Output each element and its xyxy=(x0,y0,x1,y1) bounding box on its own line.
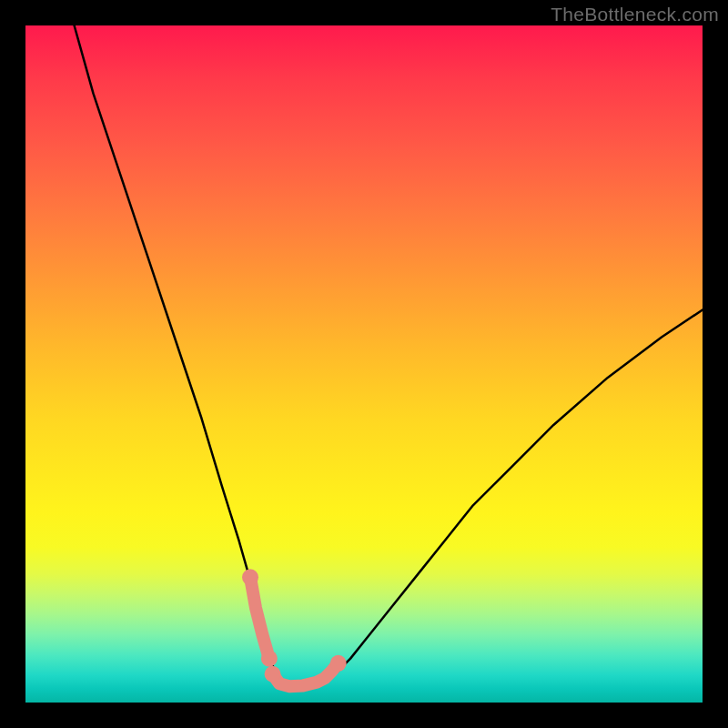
chart-frame: TheBottleneck.com xyxy=(0,0,728,728)
highlight-dot-1 xyxy=(261,651,278,667)
highlight-segment-0 xyxy=(250,577,269,658)
chart-svg xyxy=(25,25,703,703)
plot-area xyxy=(25,25,703,703)
highlight-dot-2 xyxy=(265,666,281,682)
highlight-dot-3 xyxy=(330,655,347,672)
watermark-text: TheBottleneck.com xyxy=(551,4,719,25)
highlight-dot-0 xyxy=(242,569,258,585)
highlight-segment-1 xyxy=(273,663,339,686)
bottleneck-curve xyxy=(75,25,703,686)
